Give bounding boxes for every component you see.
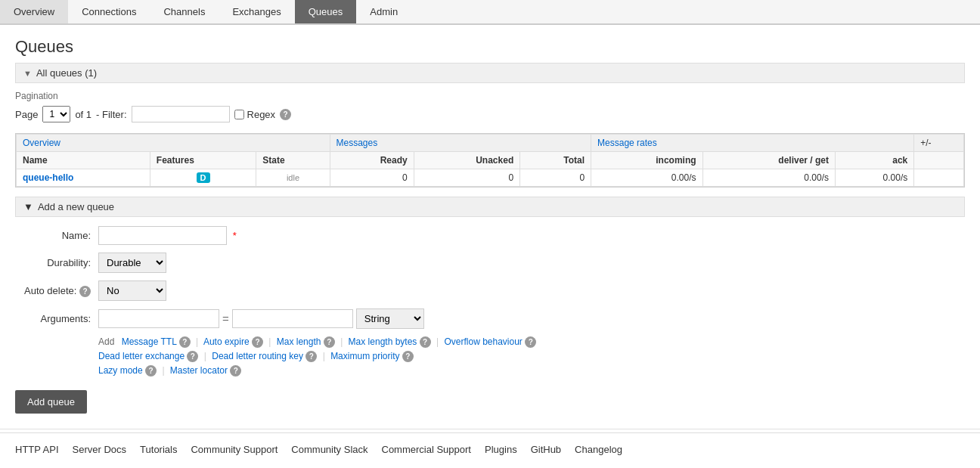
add-args-links-line2: Dead letter exchange ? | Dead letter rou… bbox=[98, 351, 965, 362]
arg-link-dead-letter-routing-key[interactable]: Dead letter routing key bbox=[212, 351, 303, 361]
footer-link-commercial-support[interactable]: Commercial Support bbox=[382, 444, 472, 455]
add-queue-button[interactable]: Add queue bbox=[15, 390, 87, 414]
auto-delete-select[interactable]: No Yes bbox=[98, 280, 166, 301]
nav-exchanges[interactable]: Exchanges bbox=[219, 0, 294, 23]
max-length-bytes-help[interactable]: ? bbox=[420, 336, 431, 348]
feature-badge-d: D bbox=[197, 172, 210, 183]
overflow-behaviour-help[interactable]: ? bbox=[525, 336, 536, 348]
form-row-arguments: Arguments: = String Number Boolean List bbox=[15, 308, 965, 329]
footer-link-server-docs[interactable]: Server Docs bbox=[73, 444, 127, 455]
col-ack: ack bbox=[836, 152, 914, 169]
footer-link-changelog[interactable]: Changelog bbox=[575, 444, 622, 455]
args-key-input[interactable] bbox=[98, 309, 219, 328]
args-type-select[interactable]: String Number Boolean List bbox=[356, 308, 424, 329]
footer-divider bbox=[0, 429, 980, 429]
args-value-input[interactable] bbox=[232, 309, 353, 328]
col-group-plus-minus[interactable]: +/- bbox=[914, 135, 964, 152]
toggle-icon: ▼ bbox=[23, 69, 32, 78]
add-queue-header[interactable]: ▼ Add a new queue bbox=[15, 197, 965, 217]
arg-link-dead-letter-exchange[interactable]: Dead letter exchange bbox=[98, 351, 185, 361]
dead-letter-exchange-help[interactable]: ? bbox=[187, 351, 198, 362]
form-row-auto-delete: Auto delete: ? No Yes bbox=[15, 280, 965, 301]
message-ttl-help[interactable]: ? bbox=[179, 336, 191, 348]
col-group-message-rates: Message rates bbox=[591, 135, 914, 152]
queue-name-link[interactable]: queue-hello bbox=[23, 172, 73, 183]
regex-help-icon[interactable]: ? bbox=[280, 109, 291, 120]
page-select[interactable]: 1 bbox=[42, 106, 70, 122]
queue-extra-cell bbox=[914, 169, 964, 187]
name-input[interactable] bbox=[98, 226, 227, 245]
arg-link-overflow-behaviour[interactable]: Overflow behaviour bbox=[444, 336, 522, 347]
maximum-priority-help[interactable]: ? bbox=[402, 351, 414, 362]
queue-ready-cell: 0 bbox=[330, 169, 414, 187]
queue-ack-cell: 0.00/s bbox=[836, 169, 914, 187]
auto-expire-help[interactable]: ? bbox=[252, 336, 263, 348]
nav-connections[interactable]: Connections bbox=[68, 0, 150, 23]
all-queues-header[interactable]: ▼ All queues (1) bbox=[15, 63, 965, 83]
col-group-messages: Messages bbox=[330, 135, 591, 152]
queue-deliver-get-cell: 0.00/s bbox=[702, 169, 835, 187]
footer-link-tutorials[interactable]: Tutorials bbox=[140, 444, 177, 455]
col-total: Total bbox=[520, 152, 591, 169]
col-name: Name bbox=[17, 152, 150, 169]
queue-unacked-cell: 0 bbox=[414, 169, 520, 187]
page-content: Queues ▼ All queues (1) Pagination Page … bbox=[0, 25, 980, 426]
arg-link-max-length[interactable]: Max length bbox=[277, 336, 321, 347]
add-queue-section: ▼ Add a new queue Name: * Durability: Du… bbox=[15, 197, 965, 414]
master-locator-help[interactable]: ? bbox=[230, 365, 241, 377]
queue-incoming-cell: 0.00/s bbox=[591, 169, 702, 187]
regex-checkbox[interactable] bbox=[234, 110, 244, 119]
add-args-links-line3: Lazy mode ? | Master locator ? bbox=[98, 365, 965, 377]
auto-delete-help-icon[interactable]: ? bbox=[79, 286, 91, 297]
args-row: = String Number Boolean List bbox=[98, 308, 424, 329]
queue-features-cell: D bbox=[150, 169, 256, 187]
nav-admin[interactable]: Admin bbox=[356, 0, 411, 23]
footer-link-community-support[interactable]: Community Support bbox=[191, 444, 278, 455]
add-queue-header-label: Add a new queue bbox=[38, 201, 114, 212]
form-row-name: Name: * bbox=[15, 226, 965, 245]
col-deliver-get: deliver / get bbox=[702, 152, 835, 169]
add-label: Add bbox=[98, 336, 114, 347]
col-unacked: Unacked bbox=[414, 152, 520, 169]
pagination-label: Pagination bbox=[15, 91, 965, 101]
arguments-label: Arguments: bbox=[15, 313, 98, 324]
col-ready: Ready bbox=[330, 152, 414, 169]
filter-input[interactable] bbox=[132, 106, 230, 122]
durability-control: Durable Transient bbox=[98, 253, 166, 273]
regex-label: Regex bbox=[247, 109, 276, 120]
col-group-overview: Overview bbox=[17, 135, 330, 152]
nav-overview[interactable]: Overview bbox=[0, 0, 68, 23]
arg-link-message-ttl[interactable]: Message TTL bbox=[122, 336, 177, 347]
durability-label: Durability: bbox=[15, 257, 98, 268]
table-row: queue-hello D idle 0 0 0 0.00/s 0.00/s 0… bbox=[17, 169, 964, 187]
auto-delete-control: No Yes bbox=[98, 280, 166, 301]
queue-table-wrap: Overview Messages Message rates +/- Name… bbox=[15, 133, 965, 188]
arg-link-max-length-bytes[interactable]: Max length bytes bbox=[349, 336, 417, 347]
col-state: State bbox=[256, 152, 330, 169]
footer-link-http-api[interactable]: HTTP API bbox=[15, 444, 59, 455]
footer-link-plugins[interactable]: Plugins bbox=[485, 444, 517, 455]
dead-letter-routing-key-help[interactable]: ? bbox=[305, 351, 317, 362]
col-incoming: incoming bbox=[591, 152, 702, 169]
form-row-durability: Durability: Durable Transient bbox=[15, 253, 965, 273]
max-length-help[interactable]: ? bbox=[324, 336, 335, 348]
arg-link-maximum-priority[interactable]: Maximum priority bbox=[330, 351, 399, 361]
arg-link-lazy-mode[interactable]: Lazy mode bbox=[98, 365, 143, 376]
col-extra bbox=[914, 152, 964, 169]
nav-queues[interactable]: Queues bbox=[295, 0, 357, 23]
queue-name-cell: queue-hello bbox=[17, 169, 150, 187]
arg-link-master-locator[interactable]: Master locator bbox=[170, 365, 228, 376]
queue-state: idle bbox=[287, 173, 299, 182]
args-equals: = bbox=[222, 312, 229, 325]
page-title: Queues bbox=[15, 37, 965, 57]
durability-select[interactable]: Durable Transient bbox=[98, 253, 166, 273]
all-queues-label: All queues (1) bbox=[36, 67, 97, 79]
auto-delete-label: Auto delete: ? bbox=[15, 285, 98, 297]
footer-link-community-slack[interactable]: Community Slack bbox=[291, 444, 368, 455]
nav-channels[interactable]: Channels bbox=[150, 0, 219, 23]
footer-link-github[interactable]: GitHub bbox=[531, 444, 561, 455]
arg-link-auto-expire[interactable]: Auto expire bbox=[203, 336, 250, 347]
regex-label-wrap[interactable]: Regex bbox=[234, 109, 276, 120]
footer: HTTP API Server Docs Tutorials Community… bbox=[0, 432, 980, 466]
lazy-mode-help[interactable]: ? bbox=[145, 365, 157, 377]
